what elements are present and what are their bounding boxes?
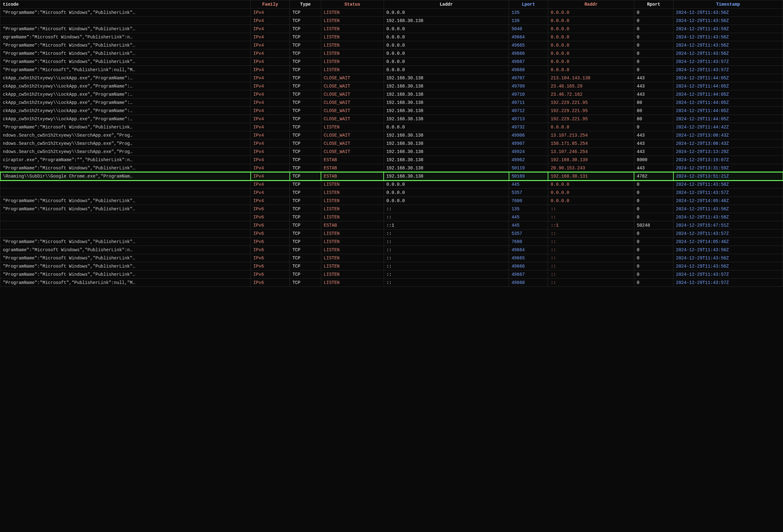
table-row[interactable]: ndows.Search_cw5n1h2txyewy\\SearchApp.ex… xyxy=(0,131,783,139)
table-row[interactable]: ogramName":"Microsoft Windows","Publishe… xyxy=(0,33,783,41)
table-row[interactable]: "ProgramName":"Microsoft Windows","Publi… xyxy=(0,25,783,33)
cell-type: TCP xyxy=(290,66,321,74)
col-header-rport[interactable]: Rport xyxy=(634,0,673,8)
cell-laddr: 0.0.0.0 xyxy=(384,25,509,33)
table-row[interactable]: ckApp_cw5n1h2txyewy\\LockApp.exe","Progr… xyxy=(0,74,783,82)
col-header-laddr[interactable]: Laddr xyxy=(384,0,509,8)
table-row[interactable]: "ProgramName":"Microsoft Windows","Publi… xyxy=(0,270,783,278)
cell-family: IPv4 xyxy=(251,139,290,147)
table-row[interactable]: IPv6TCPLISTEN::445::02024-12-29T11:43:58… xyxy=(0,213,783,221)
cell-laddr: :: xyxy=(384,254,509,262)
table-row[interactable]: IPv6TCPLISTEN::5357::02024-12-29T11:43:5… xyxy=(0,230,783,238)
cell-timestamp: 2024-12-29T13:19:07Z xyxy=(674,156,783,164)
cell-rport: 0 xyxy=(634,41,673,49)
table-row[interactable]: \Roaming\\SubDir\\Google Chrome.exe","Pr… xyxy=(0,172,783,180)
col-header-timestamp[interactable]: Timestamp xyxy=(674,0,783,8)
cell-timestamp: 2024-12-29T11:43:56Z xyxy=(674,33,783,41)
table-row[interactable]: "ProgramName":"Microsoft Windows","Publi… xyxy=(0,262,783,270)
cell-lport: 49710 xyxy=(509,90,548,99)
col-header-raddr[interactable]: Raddr xyxy=(548,0,634,8)
table-row[interactable]: "ProgramName":"Microsoft Windows","Publi… xyxy=(0,197,783,205)
cell-lport: 49711 xyxy=(509,99,548,107)
cell-type: TCP xyxy=(290,25,321,33)
cell-rport: 443 xyxy=(634,164,673,172)
table-row[interactable]: IPv4TCPLISTEN192.168.30.1381390.0.0.0020… xyxy=(0,17,783,25)
cell-laddr: :: xyxy=(384,262,509,270)
table-row[interactable]: "ProgramName":"Microsoft Windows","Publi… xyxy=(0,41,783,49)
cell-status: LISTEN xyxy=(321,262,384,270)
table-row[interactable]: IPv6TCPESTAB::1445::1502482024-12-29T15:… xyxy=(0,221,783,230)
cell-raddr: 13.107.246.254 xyxy=(548,147,634,156)
cell-laddr: :: xyxy=(384,205,509,213)
table-row[interactable]: IPv4TCPLISTEN0.0.0.053570.0.0.002024-12-… xyxy=(0,189,783,197)
cell-laddr: :: xyxy=(384,270,509,278)
table-row[interactable]: "ProgramName":"Microsoft Windows","Publi… xyxy=(0,8,783,17)
table-row[interactable]: "ProgramName":"Microsoft Windows","Publi… xyxy=(0,58,783,66)
cell-timestamp: 2024-12-29T11:44:05Z xyxy=(674,74,783,82)
cell-timestamp: 2024-12-29T11:43:56Z xyxy=(674,205,783,213)
col-header-type[interactable]: Type xyxy=(290,0,321,8)
table-row[interactable]: "ProgramName":"Microsoft Windows","Publi… xyxy=(0,49,783,58)
table-row[interactable]: "ProgramName":"Microsoft","PublisherLink… xyxy=(0,278,783,287)
cell-lport: 49667 xyxy=(509,270,548,278)
cell-family: IPv6 xyxy=(251,213,290,221)
cell-lport: 49907 xyxy=(509,139,548,147)
table-row[interactable]: ndows.Search_cw5n1h2txyewy\\SearchApp.ex… xyxy=(0,147,783,156)
cell-status: CLOSE_WAIT xyxy=(321,131,384,139)
cell-status: LISTEN xyxy=(321,230,384,238)
cell-laddr: 192.168.30.138 xyxy=(384,82,509,90)
cell-rport: 0 xyxy=(634,254,673,262)
table-row[interactable]: "ProgramName":"Microsoft Windows","Publi… xyxy=(0,164,783,172)
cell-laddr: 192.168.30.138 xyxy=(384,74,509,82)
table-row[interactable]: ogramName":"Microsoft Windows","Publishe… xyxy=(0,246,783,254)
col-header-family[interactable]: Family xyxy=(251,0,290,8)
cell-laddr: 192.168.30.138 xyxy=(384,17,509,25)
cell-status: CLOSE_WAIT xyxy=(321,82,384,90)
cell-type: TCP xyxy=(290,189,321,197)
cell-rport: 443 xyxy=(634,82,673,90)
cell-status: CLOSE_WAIT xyxy=(321,115,384,123)
cell-family: IPv6 xyxy=(251,278,290,287)
cell-rport: 4782 xyxy=(634,172,673,180)
cell-type: TCP xyxy=(290,17,321,25)
cell-lport: 49668 xyxy=(509,278,548,287)
table-row[interactable]: IPv4TCPLISTEN0.0.0.04450.0.0.002024-12-2… xyxy=(0,180,783,189)
cell-lport: 139 xyxy=(509,17,548,25)
table-row[interactable]: ckApp_cw5n1h2txyewy\\LockApp.exe","Progr… xyxy=(0,107,783,115)
cell-raddr: 213.104.143.138 xyxy=(548,74,634,82)
cell-ticode: "ProgramName":"Microsoft Windows","Publi… xyxy=(0,164,251,172)
cell-status: ESTAB xyxy=(321,221,384,230)
table-row[interactable]: ckApp_cw5n1h2txyewy\\LockApp.exe","Progr… xyxy=(0,90,783,99)
cell-raddr: 23.48.165.29 xyxy=(548,82,634,90)
cell-ticode xyxy=(0,230,251,238)
cell-family: IPv4 xyxy=(251,33,290,41)
table-row[interactable]: "ProgramName":"Microsoft Windows","Publi… xyxy=(0,254,783,262)
table-row[interactable]: "ProgramName":"Microsoft Windows","Publi… xyxy=(0,123,783,131)
cell-timestamp: 2024-12-29T13:13:29Z xyxy=(674,147,783,156)
table-row[interactable]: "ProgramName":"Microsoft Windows","Publi… xyxy=(0,238,783,246)
table-row[interactable]: ndows.Search_cw5n1h2txyewy\\SearchApp.ex… xyxy=(0,139,783,147)
cell-ticode: ckApp_cw5n1h2txyewy\\LockApp.exe","Progr… xyxy=(0,74,251,82)
cell-raddr: 0.0.0.0 xyxy=(548,33,634,41)
cell-type: TCP xyxy=(290,41,321,49)
cell-laddr: 0.0.0.0 xyxy=(384,8,509,17)
cell-raddr: :: xyxy=(548,205,634,213)
table-row[interactable]: ciraptor.exe","ProgramName":"","Publishe… xyxy=(0,156,783,164)
table-row[interactable]: "ProgramName":"Microsoft","PublisherLink… xyxy=(0,66,783,74)
col-header-lport[interactable]: Lport xyxy=(509,0,548,8)
cell-laddr: ::1 xyxy=(384,221,509,230)
cell-ticode xyxy=(0,221,251,230)
table-row[interactable]: ckApp_cw5n1h2txyewy\\LockApp.exe","Progr… xyxy=(0,115,783,123)
table-row[interactable]: ckApp_cw5n1h2txyewy\\LockApp.exe","Progr… xyxy=(0,82,783,90)
cell-ticode: "ProgramName":"Microsoft Windows","Publi… xyxy=(0,25,251,33)
table-row[interactable]: ckApp_cw5n1h2txyewy\\LockApp.exe","Progr… xyxy=(0,99,783,107)
cell-ticode: "ProgramName":"Microsoft Windows","Publi… xyxy=(0,270,251,278)
table-row[interactable]: "ProgramName":"Microsoft Windows","Publi… xyxy=(0,205,783,213)
cell-type: TCP xyxy=(290,246,321,254)
cell-laddr: 0.0.0.0 xyxy=(384,123,509,131)
cell-family: IPv4 xyxy=(251,115,290,123)
cell-lport: 49666 xyxy=(509,262,548,270)
col-header-status[interactable]: Status xyxy=(321,0,384,8)
cell-family: IPv4 xyxy=(251,131,290,139)
col-header-ticode[interactable]: ticode xyxy=(0,0,251,8)
